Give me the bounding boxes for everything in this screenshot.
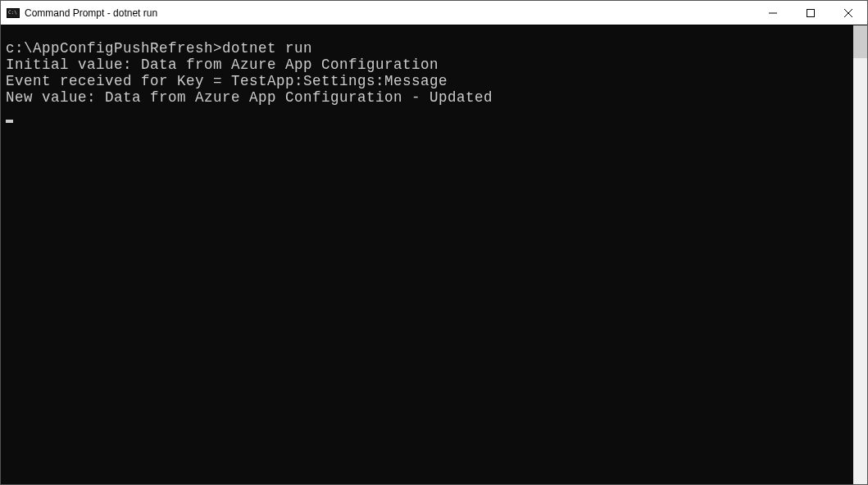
typed-command: dotnet run	[222, 40, 312, 57]
terminal-wrapper: c:\AppConfigPushRefresh>dotnet run Initi…	[1, 25, 867, 484]
maximize-button[interactable]	[792, 1, 829, 25]
close-button[interactable]	[829, 1, 867, 25]
window-controls	[754, 1, 867, 25]
terminal-line: New value: Data from Azure App Configura…	[6, 89, 848, 106]
terminal-line: Initial value: Data from Azure App Confi…	[6, 57, 848, 73]
vertical-scrollbar[interactable]	[853, 25, 867, 484]
svg-rect-4	[807, 9, 815, 16]
terminal-output[interactable]: c:\AppConfigPushRefresh>dotnet run Initi…	[1, 25, 853, 484]
minimize-button[interactable]	[754, 1, 792, 25]
cmd-icon: C:\	[7, 7, 20, 20]
window-title: Command Prompt - dotnet run	[25, 7, 157, 19]
cursor	[6, 120, 13, 123]
prompt-path: c:\AppConfigPushRefresh>	[6, 40, 222, 57]
scrollbar-thumb[interactable]	[853, 25, 867, 58]
terminal-prompt-line: c:\AppConfigPushRefresh>dotnet run	[6, 40, 848, 57]
cursor-line	[6, 107, 848, 123]
svg-text:C:\: C:\	[8, 9, 17, 15]
terminal-line: Event received for Key = TestApp:Setting…	[6, 73, 848, 89]
window-titlebar: C:\ Command Prompt - dotnet run	[1, 1, 867, 25]
